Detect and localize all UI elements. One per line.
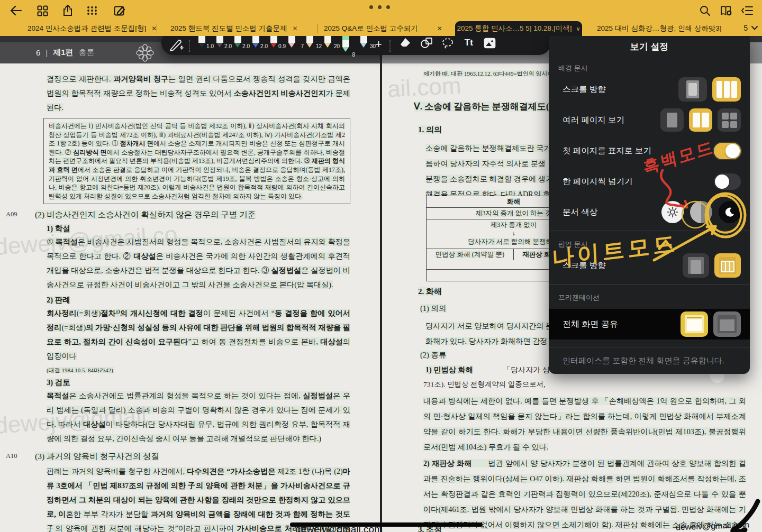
watermark-faint: ail.com [387, 72, 462, 102]
add-pen-button[interactable]: + [375, 38, 382, 51]
tab-separator [317, 24, 318, 33]
jaepan-paragraph: 2) 재판상 화해 법관 앞에서 양 당사자가 분쟁이 된 법률관계에 관하여 … [423, 456, 746, 532]
subsection-heading: 1. 의의 [418, 125, 442, 135]
first-page-cover-toggle[interactable] [714, 143, 741, 159]
share-with-ui-option[interactable] [681, 311, 708, 337]
chevron-down-icon[interactable]: ∨ [576, 25, 580, 32]
row-single-page-turn: 한 페이지씩 넘기기 [549, 166, 750, 197]
view-settings-panel: 보기 설정 배경 문서 스크롤 방향 여러 페이지 보기 [549, 33, 750, 374]
share-description: 인터페이스를 포함한 전체 화면을 공유합니다. [549, 347, 750, 366]
search-icon[interactable] [697, 3, 712, 18]
tab-document-1[interactable]: 2024 민사소송법과 관련법 조문집[형]✕ [28, 21, 157, 36]
section-label-background-doc: 배경 문서 [549, 55, 750, 74]
annotation-note-icon[interactable] [112, 3, 127, 18]
view-settings-icon[interactable] [719, 3, 733, 18]
doc-heading: 2) 판례 [47, 295, 350, 305]
single-page-turn-toggle[interactable] [714, 173, 741, 190]
doc-paragraph: 판례는 과거의 양육비를 청구한 사건에서, 다수의견은 “가사소송법은 제2조… [47, 464, 350, 532]
doc-heading: A09(2) 비송사건인지 소송사건이 확실하지 않은 경우의 구별 기준 [35, 209, 350, 221]
toolbar-separator [189, 40, 190, 52]
subsection-heading: (1) 의의 [420, 304, 447, 314]
share-content-only-option[interactable] [713, 311, 741, 337]
top-navigation-bar [0, 0, 762, 21]
paragraph-lines: 소송에 갈음하는 분쟁해결제도란 국가 음하여 당사자의 자주적 의사로 분쟁 … [425, 141, 553, 202]
popup-scroll-vertical-option[interactable] [683, 253, 709, 278]
minbub-label: 1) 민법상 화해 「당사자가 상 [425, 365, 550, 375]
section-label-presentation: 프리젠테이션 [549, 285, 750, 304]
row-popup-scroll-direction: 스크롤 방향 [549, 250, 750, 281]
toolbar-separator [389, 40, 391, 52]
part-title: 총론 [79, 48, 95, 58]
row-scroll-direction: 스크롤 방향 [549, 74, 750, 105]
row-document-color: 문서 색상 [549, 197, 750, 227]
panel-title: 보기 설정 [549, 33, 750, 55]
doc-paragraph: (대결 1984.10.5. 84마카42). [47, 366, 350, 374]
doc-heading: A10(3) 과거의 양육비 청구사건의 성질 [35, 451, 350, 462]
tab-document-2[interactable]: 2025 핸드북 진도별 민소법 기출문제✕ [170, 21, 298, 36]
minbub-line: 731조). 민법상 전형계약의 일종으로서, [423, 380, 546, 389]
doc-heading: 3) 검토 [47, 378, 350, 388]
apps-grid-icon[interactable] [85, 3, 99, 18]
header-divider: | [46, 48, 48, 57]
outline-list-icon[interactable] [740, 3, 755, 18]
page-overview-icon[interactable] [35, 3, 50, 18]
left-page-text: 결정으로 재판한다. 과거양육비 청구는 일면 권리 다툼으로서 쟁송적 성격을… [0, 63, 380, 532]
subsection-heading: (2) 종류 [420, 350, 447, 360]
doc-color-grayscale-option[interactable] [690, 201, 712, 223]
section-label-popup-doc: 팝업 문서 [549, 231, 750, 250]
close-tab-icon[interactable]: ✕ [437, 25, 442, 32]
section-heading: Ⅴ. 소송에 갈음하는 분쟁해결제도( [414, 100, 549, 113]
row-multi-page-view: 여러 페이지 보기 [549, 105, 750, 135]
tab-document-3[interactable]: 2025 Q&A로 민소법 고수되기✕ [324, 21, 442, 36]
page-number: 6 [36, 48, 40, 57]
margin-label: A09 [6, 210, 17, 218]
tab-separator [157, 24, 157, 33]
paragraph-lines: 당사자가 서로 양보하여 당사자간의 분 화해가 있다. 당사자가 화해하면 감… [425, 318, 553, 349]
popup-scroll-horizontal-option[interactable] [714, 253, 741, 278]
doc-paragraph: 회사정리(=회생)절차¹⁾의 개시신청에 대한 결정이 문제된 사건에서 “동 … [47, 306, 350, 363]
table-cell: 민법상 화해 (계약일 뿐) [427, 249, 514, 260]
app-window: 6 | 제1편 총론 결정으로 재판한다. 과거양육비 청구는 일면 권리 다툼… [0, 0, 762, 532]
share-export-icon[interactable] [60, 3, 75, 18]
page-divider [380, 42, 382, 532]
row-first-page-cover: 첫 페이지를 표지로 보기 [549, 135, 750, 166]
scroll-vertical-option[interactable] [678, 77, 707, 102]
page-left[interactable]: 6 | 제1편 총론 결정으로 재판한다. 과거양육비 청구는 일면 권리 다툼… [0, 42, 380, 532]
window-handle-dots[interactable] [369, 5, 390, 9]
minbub-paragraph: 내용과 방식에는 제한이 없다. 예를 들면 분쟁발생 후 「손해배상액은 1억… [423, 393, 746, 455]
doc-box: 비송사건에는 ⅰ) 민사비송사건(법인 신탁 공탁 등 비송법 제32조 이하)… [43, 118, 350, 204]
doc-color-dark-option[interactable] [719, 201, 741, 223]
close-tab-icon[interactable]: ✕ [293, 25, 298, 32]
back-button[interactable] [8, 3, 23, 18]
single-page-option[interactable] [660, 108, 684, 132]
two-page-option[interactable] [689, 108, 712, 132]
close-tab-icon[interactable]: ✕ [151, 25, 157, 32]
four-page-option[interactable] [718, 108, 741, 132]
margin-label: A10 [6, 452, 17, 460]
stylus-pencil-icon[interactable] [169, 38, 185, 53]
tab-count-control[interactable]: 5 [743, 24, 758, 32]
watermark-email: deweiv@gmail.com [295, 524, 383, 532]
doc-color-light-option[interactable] [661, 201, 684, 223]
scroll-horizontal-option[interactable] [712, 77, 741, 102]
tab-document-active[interactable]: 2025 통합 민사소…5 5] 10.28.[이색]∨ [455, 21, 582, 36]
chevron-down-icon [751, 26, 758, 30]
doc-paragraph: 결정으로 재판한다. 과거양육비 청구는 일면 권리 다툼으로서 쟁송적 성격을… [47, 72, 350, 115]
part-label: 제1편 [53, 48, 73, 58]
row-full-screen-share: 전체 화면 공유 [549, 309, 750, 340]
tab-document-5[interactable]: 2025 대비 심화강…형광, 인쇄 상하맞3] [597, 21, 722, 36]
document-tab-bar: 2024 민사소송법과 관련법 조문집[형]✕ 2025 핸드북 진도별 민소법… [0, 21, 762, 36]
subsection-heading: 2. 화해 [418, 287, 442, 297]
publisher-flower-logo [135, 43, 155, 65]
